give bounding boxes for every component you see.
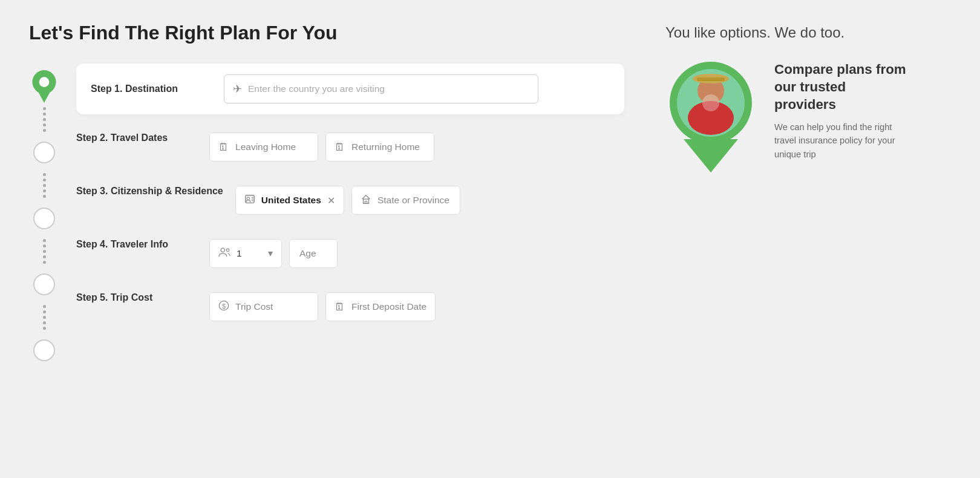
trip-cost-input[interactable]: $ Trip Cost <box>209 292 318 321</box>
step-2-row: Step 2. Travel Dates 🗓 Leaving Home 🗓 Re… <box>76 122 624 172</box>
leaving-home-input[interactable]: 🗓 Leaving Home <box>209 133 318 162</box>
dotted-line-2 <box>43 171 46 200</box>
step-4-inputs: 1 ▾ Age <box>209 239 624 268</box>
step-4-circle-icon <box>29 266 59 303</box>
step-3-row: Step 3. Citizenship & Residence <box>76 175 624 226</box>
promo-pin <box>665 61 762 175</box>
svg-point-4 <box>247 197 250 200</box>
citizenship-input[interactable]: United States ✕ <box>235 186 344 215</box>
step-4-row: Step 4. Traveler Info 1 ▾ <box>76 228 624 279</box>
steps-list: Step 1. Destination ✈ Enter the country … <box>76 64 624 368</box>
step-4-label: Step 4. Traveler Info <box>76 239 209 250</box>
returning-home-placeholder: Returning Home <box>351 142 420 152</box>
plane-icon: ✈ <box>233 83 242 96</box>
person-icon <box>244 194 255 208</box>
step-1-inputs: ✈ Enter the country you are visiting <box>224 74 610 103</box>
timeline <box>29 64 59 368</box>
dotted-line-4 <box>43 303 46 332</box>
chevron-down-icon: ▾ <box>268 248 273 259</box>
step-3-inputs: United States ✕ State or Province <box>235 186 624 215</box>
promo-text: Compare plans from our trusted providers… <box>774 61 907 161</box>
promo-card: Compare plans from our trusted providers… <box>665 61 907 175</box>
step-3-label: Step 3. Citizenship & Residence <box>76 186 235 197</box>
age-placeholder: Age <box>299 248 316 259</box>
destination-input[interactable]: ✈ Enter the country you are visiting <box>224 74 538 103</box>
state-province-input[interactable]: State or Province <box>351 186 460 215</box>
dotted-line-1 <box>43 105 46 134</box>
step-1-pin-icon <box>29 68 59 105</box>
tagline: You like options. We do too. <box>665 24 907 41</box>
svg-rect-9 <box>365 201 367 203</box>
step-3-circle-icon <box>29 200 59 237</box>
destination-placeholder: Enter the country you are visiting <box>248 83 385 94</box>
state-province-placeholder: State or Province <box>377 195 449 206</box>
home-icon <box>361 194 371 208</box>
step-5-row: Step 5. Trip Cost $ Trip Cost 🗓 <box>76 281 624 332</box>
svg-rect-20 <box>697 77 725 81</box>
svg-point-10 <box>221 248 224 252</box>
step-5-label: Step 5. Trip Cost <box>76 292 209 303</box>
step-5-inputs: $ Trip Cost 🗓 First Deposit Date <box>209 292 624 321</box>
travelers-icon <box>218 247 230 260</box>
returning-home-input[interactable]: 🗓 Returning Home <box>325 133 434 162</box>
citizenship-value: United States <box>261 195 321 206</box>
calendar-icon-2: 🗓 <box>335 141 345 154</box>
svg-marker-21 <box>684 139 738 172</box>
step-2-label: Step 2. Travel Dates <box>76 133 209 143</box>
svg-marker-2 <box>37 90 51 103</box>
calendar-icon-3: 🗓 <box>335 301 345 313</box>
step-2-circle-icon <box>29 134 59 171</box>
promo-title: Compare plans from our trusted providers <box>774 61 907 113</box>
step-1-label: Step 1. Destination <box>91 83 224 94</box>
svg-point-1 <box>39 77 50 87</box>
step-5-circle-icon <box>29 332 59 368</box>
age-input[interactable]: Age <box>289 239 338 268</box>
traveler-count-value: 1 <box>237 248 242 259</box>
step-1-row: Step 1. Destination ✈ Enter the country … <box>76 64 624 114</box>
page-title: Let's Find The Right Plan For You <box>29 22 624 44</box>
leaving-home-placeholder: Leaving Home <box>235 142 296 152</box>
traveler-count-select[interactable]: 1 ▾ <box>209 239 282 268</box>
clear-citizenship-button[interactable]: ✕ <box>327 195 335 206</box>
step-2-inputs: 🗓 Leaving Home 🗓 Returning Home <box>209 133 624 162</box>
promo-description: We can help you find the right travel in… <box>774 120 907 160</box>
dotted-line-3 <box>43 237 46 266</box>
svg-point-22 <box>702 94 719 111</box>
right-panel: You like options. We do too. <box>653 0 932 478</box>
svg-text:$: $ <box>222 302 226 309</box>
dollar-icon: $ <box>218 300 229 314</box>
first-deposit-placeholder: First Deposit Date <box>351 301 426 312</box>
first-deposit-date-input[interactable]: 🗓 First Deposit Date <box>325 292 436 321</box>
calendar-icon-1: 🗓 <box>218 141 229 154</box>
svg-point-11 <box>226 249 229 252</box>
trip-cost-placeholder: Trip Cost <box>235 301 273 312</box>
